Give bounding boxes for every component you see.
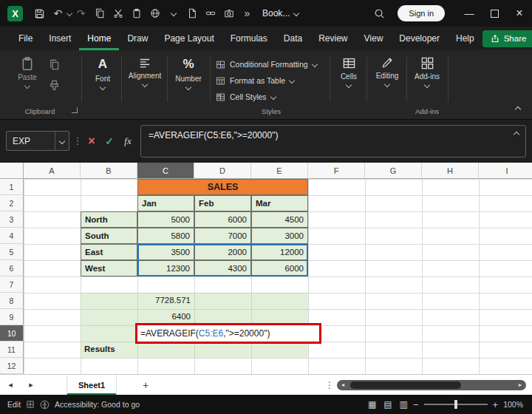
zoom-slider[interactable]: [424, 404, 488, 405]
accessibility-icon[interactable]: [40, 400, 50, 410]
tab-draw[interactable]: Draw: [119, 27, 156, 50]
row-header-11[interactable]: 11: [0, 342, 24, 358]
tab-bar-menu-icon[interactable]: ⋮: [322, 380, 337, 390]
cell-C10-formula-edit[interactable]: =AVERAGEIF(C5:E6,">=20000"): [137, 325, 320, 342]
redo-button[interactable]: ↷: [72, 3, 90, 24]
column-header-A[interactable]: A: [24, 163, 81, 179]
cell-second-result[interactable]: 6400: [137, 309, 194, 325]
cell-avg-result[interactable]: 7728.571: [137, 293, 194, 309]
sheet-tab-sheet1[interactable]: Sheet1: [66, 375, 117, 395]
zoom-slider-thumb[interactable]: [454, 400, 457, 409]
conditional-formatting-button[interactable]: Conditional Formatting: [216, 58, 317, 70]
formula-input[interactable]: =AVERAGEIF(C5:E6,">=20000"): [140, 125, 526, 157]
column-header-C[interactable]: C: [137, 163, 194, 179]
cell-C6[interactable]: 12300: [137, 260, 194, 276]
cell-C3[interactable]: 5000: [137, 211, 194, 228]
row-header-1[interactable]: 1: [0, 179, 24, 195]
paste-button[interactable]: Paste: [10, 56, 44, 88]
close-button[interactable]: ×: [507, 0, 532, 27]
cell-feb[interactable]: Feb: [194, 195, 251, 211]
cell-results-label[interactable]: Results: [81, 342, 137, 358]
cells-group-button[interactable]: Cells: [332, 56, 365, 87]
row-header-4[interactable]: 4: [0, 228, 24, 244]
copy-pages-icon[interactable]: [90, 3, 109, 24]
column-header-D[interactable]: D: [194, 163, 251, 179]
column-header-G[interactable]: G: [365, 163, 422, 179]
name-box[interactable]: EXP: [6, 131, 69, 151]
row-header-5[interactable]: 5: [0, 244, 24, 260]
enter-entry-button[interactable]: ✓: [101, 131, 117, 151]
cell-D5[interactable]: 2000: [194, 244, 251, 260]
cell-jan[interactable]: Jan: [137, 195, 194, 211]
column-header-E[interactable]: E: [251, 163, 308, 179]
chevron-down-icon[interactable]: [164, 3, 183, 24]
excel-app-icon[interactable]: X: [7, 6, 23, 21]
tab-developer[interactable]: Developer: [391, 27, 448, 50]
row-header-10[interactable]: 10: [0, 325, 24, 342]
scroll-left-arrow[interactable]: ◂: [337, 380, 349, 390]
scroll-right-arrow[interactable]: ▸: [514, 380, 526, 390]
alignment-group-button[interactable]: Alignment: [124, 56, 166, 86]
cell-mar[interactable]: Mar: [251, 195, 308, 211]
tab-insert[interactable]: Insert: [41, 27, 79, 50]
horizontal-scrollbar-thumb[interactable]: [350, 381, 461, 389]
cell-D3[interactable]: 6000: [194, 211, 251, 228]
format-as-table-button[interactable]: Format as Table: [216, 75, 294, 86]
macro-record-icon[interactable]: [26, 400, 35, 409]
collapse-ribbon-chevron-icon[interactable]: [515, 106, 521, 112]
column-header-I[interactable]: I: [479, 163, 532, 179]
tab-data[interactable]: Data: [276, 27, 310, 50]
formula-bar-drag-handle-icon[interactable]: ⋮: [72, 131, 83, 151]
cell-south[interactable]: South: [81, 228, 137, 244]
add-ins-button[interactable]: Add-ins: [409, 56, 445, 87]
cell-styles-button[interactable]: Cell Styles: [216, 91, 276, 103]
row-header-2[interactable]: 2: [0, 195, 24, 211]
tab-help[interactable]: Help: [448, 27, 482, 50]
font-group-button[interactable]: A Font: [86, 56, 120, 89]
row-header-8[interactable]: 8: [0, 293, 24, 309]
row-header-3[interactable]: 3: [0, 211, 24, 228]
cell-west[interactable]: West: [81, 260, 137, 276]
zoom-level[interactable]: 100%: [503, 400, 523, 409]
cell-E4[interactable]: 3000: [251, 228, 308, 244]
link-icon[interactable]: [201, 3, 219, 24]
new-sheet-button[interactable]: +: [134, 379, 157, 391]
normal-view-icon[interactable]: ▦: [368, 399, 376, 410]
format-painter-button[interactable]: [49, 80, 60, 91]
tab-view[interactable]: View: [356, 27, 392, 50]
tab-file[interactable]: File: [10, 27, 41, 50]
page-layout-view-icon[interactable]: ▤: [383, 399, 392, 410]
cell-sales-title[interactable]: SALES: [137, 179, 308, 195]
editing-group-button[interactable]: Editing: [369, 56, 405, 86]
row-header-9[interactable]: 9: [0, 309, 24, 325]
tab-page-layout[interactable]: Page Layout: [156, 27, 222, 50]
cell-D6[interactable]: 4300: [194, 260, 251, 276]
sign-in-button[interactable]: Sign in: [398, 5, 445, 21]
row-header-7[interactable]: 7: [0, 276, 24, 293]
next-sheet-arrow[interactable]: ▸: [21, 380, 41, 390]
row-header-6[interactable]: 6: [0, 260, 24, 276]
prev-sheet-arrow[interactable]: ◂: [0, 380, 21, 390]
document-icon[interactable]: [183, 3, 201, 24]
cut-scissors-icon[interactable]: [109, 3, 127, 24]
column-header-B[interactable]: B: [81, 163, 137, 179]
column-header-H[interactable]: H: [422, 163, 479, 179]
cell-E6[interactable]: 6000: [251, 260, 308, 276]
cell-C4[interactable]: 5800: [137, 228, 194, 244]
document-title[interactable]: Book...: [262, 8, 299, 18]
minimize-button[interactable]: —: [457, 0, 482, 27]
save-icon[interactable]: [30, 3, 49, 24]
cell-D4[interactable]: 7000: [194, 228, 251, 244]
tab-formulas[interactable]: Formulas: [222, 27, 276, 50]
clipboard-dialog-launcher[interactable]: [72, 107, 78, 113]
copy-button[interactable]: [49, 59, 60, 70]
zoom-out-button[interactable]: −: [413, 399, 419, 410]
cell-north[interactable]: North: [81, 211, 137, 228]
search-icon[interactable]: [370, 3, 389, 24]
maximize-button[interactable]: [482, 0, 507, 27]
undo-button[interactable]: ↶: [49, 3, 67, 24]
share-button[interactable]: Share: [482, 30, 532, 47]
number-group-button[interactable]: % Number: [170, 56, 207, 89]
horizontal-scrollbar[interactable]: ◂ ▸: [337, 380, 526, 390]
select-all-corner[interactable]: [0, 163, 24, 179]
